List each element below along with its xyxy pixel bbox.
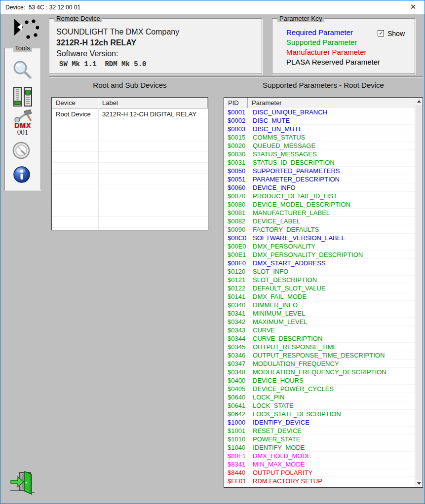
scroll-down-icon[interactable] (415, 480, 423, 487)
device-row[interactable]: Root Device3212R-H 12-CH DIGITAL RELAY (52, 108, 208, 119)
parameter-pid: $1001 (224, 427, 248, 434)
parameter-row[interactable]: $0346OUTPUT_RESPONSE_TIME_DESCRIPTION (224, 351, 415, 360)
parameter-row[interactable]: $0122DEFAULT_SLOT_VALUE (224, 284, 415, 292)
parameter-row[interactable]: $0051PARAMETER_DESCRIPTION (224, 175, 415, 183)
info-icon[interactable] (13, 166, 31, 183)
parameter-row[interactable]: $1010POWER_STATE (224, 435, 415, 443)
parameter-row[interactable]: $8440OUTPUT POLARITY (224, 468, 415, 477)
parameter-row[interactable]: $0050SUPPORTED_PARAMETERS (224, 167, 415, 175)
parameter-row[interactable]: $0031STATUS_ID_DESCRIPTION (224, 158, 415, 167)
scrollbar-thumb[interactable] (416, 105, 422, 480)
parameter-name: STATUS_MESSAGES (248, 150, 317, 158)
parameter-row[interactable]: $0002DISC_MUTE (224, 116, 415, 125)
parameter-row[interactable]: $0090FACTORY_DEFAULTS (224, 225, 415, 234)
parameter-pid: $00C0 (224, 234, 248, 242)
dmx-setup-icon[interactable]: DMX 001 (10, 109, 36, 137)
parameter-row[interactable]: $1001RESET_DEVICE (224, 427, 415, 435)
parameter-name: CURVE_DESCRIPTION (248, 334, 322, 342)
parameter-name: MANUFACTURER_LABEL (248, 209, 330, 216)
device-row-empty (52, 119, 208, 130)
parameter-pid: $0122 (224, 284, 248, 292)
devices-col-device[interactable]: Device (52, 98, 98, 108)
key-item: PLASA Reserved Parameter (286, 58, 380, 68)
discover-magnifier-icon[interactable] (11, 59, 33, 81)
parameter-row[interactable]: $0120SLOT_INFO (224, 267, 415, 276)
parameter-row[interactable]: $0348MODULATION_FREQUENCY_DESCRIPTION (224, 368, 415, 376)
show-checkbox-label: Show (387, 30, 405, 37)
parameter-row[interactable]: $0080DEVICE_MODEL_DESCRIPTION (224, 200, 415, 209)
parameter-row[interactable]: $0341MINIMUM_LEVEL (224, 309, 415, 318)
close-icon[interactable]: ✕ (402, 0, 425, 14)
scroll-up-icon[interactable] (415, 98, 423, 105)
parameter-row[interactable]: $0001DISC_UNIQUE_BRANCH (224, 108, 415, 116)
parameters-scrollbar[interactable] (415, 98, 423, 487)
parameter-row[interactable]: $0347MODULATION_FREQUENCY (224, 360, 415, 368)
software-version-label: Software Version: (56, 49, 118, 58)
parameter-row[interactable]: $0400DEVICE_HOURS (224, 376, 415, 385)
parameters-col-pid[interactable]: PID (224, 98, 248, 108)
gauge-icon[interactable] (12, 141, 31, 160)
parameters-rows: $0001DISC_UNIQUE_BRANCH$0002DISC_MUTE$00… (224, 108, 415, 485)
parameter-row[interactable]: $0344CURVE_DESCRIPTION (224, 334, 415, 343)
parameter-row[interactable]: $0082DEVICE_LABEL (224, 217, 415, 225)
parameter-row[interactable]: $0060DEVICE_INFO (224, 183, 415, 192)
parameter-row[interactable]: $00C0SOFTWARE_VERSION_LABEL (224, 234, 415, 242)
parameter-row[interactable]: $0081MANUFACTURER_LABEL (224, 209, 415, 217)
parameters-col-parameter[interactable]: Parameter (248, 98, 415, 108)
parameter-name: LOCK_STATE_DESCRIPTION (248, 410, 341, 418)
key-item: Manufacturer Parameter (286, 48, 380, 58)
parameter-row[interactable]: $0641LOCK_STATE (224, 401, 415, 410)
parameter-row[interactable]: $80F1DMX_HOLD_MODE (224, 452, 415, 460)
parameter-pid: $0070 (224, 192, 248, 200)
parameter-row[interactable]: $0640LOCK_PIN (224, 393, 415, 401)
parameter-name: MINIMUM_LEVEL (248, 309, 305, 317)
parameter-pid: $0343 (224, 326, 248, 334)
parameter-row[interactable]: $0020QUEUED_MESSAGE (224, 142, 415, 150)
parameter-name: DEVICE_MODEL_DESCRIPTION (248, 200, 350, 208)
parameter-pid: $0051 (224, 175, 248, 183)
parameter-pid: $0015 (224, 133, 248, 141)
parameter-pid: $0342 (224, 318, 248, 325)
parameter-row[interactable]: $1000IDENTIFY_DEVICE (224, 418, 415, 427)
parameter-row[interactable]: $0015COMMS_STATUS (224, 133, 415, 142)
app-logo-icon (12, 18, 39, 41)
parameter-row[interactable]: $0342MAXIMUM_LEVEL (224, 318, 415, 326)
parameter-row[interactable]: $0003DISC_UN_MUTE (224, 125, 415, 133)
devices-table-header: Device Label (52, 98, 208, 108)
key-item: Supported Parameter (286, 38, 380, 48)
parameter-pid: $1000 (224, 418, 248, 426)
parameter-row[interactable]: $0343CURVE (224, 326, 415, 334)
parameters-table-body: $0001DISC_UNIQUE_BRANCH$0002DISC_MUTE$00… (224, 108, 415, 487)
show-checkbox[interactable]: ✓ (378, 30, 384, 36)
parameter-row[interactable]: $0070PRODUCT_DETAIL_ID_LIST (224, 192, 415, 200)
parameter-row[interactable]: $00F0DMX_START_ADDRESS (224, 259, 415, 267)
parameter-row[interactable]: $8341MIN_MAX_MODE (224, 460, 415, 468)
parameter-row[interactable]: $FF01RDM FACTORY SETUP (224, 477, 415, 485)
wrench-hammer-icon (14, 109, 33, 122)
parameter-row[interactable]: $00E0DMX_PERSONALITY (224, 242, 415, 251)
parameter-name: DIMMER_INFO (248, 301, 298, 309)
faders-icon[interactable] (12, 86, 33, 108)
parameter-row[interactable]: $0340DIMMER_INFO (224, 301, 415, 309)
parameter-name: DMX_START_ADDRESS (248, 259, 326, 267)
remote-device-label: Remote Device (54, 15, 102, 22)
devices-col-label[interactable]: Label (98, 98, 208, 108)
parameter-row[interactable]: $0345OUTPUT_RESPONSE_TIME (224, 343, 415, 351)
parameter-row[interactable]: $0030STATUS_MESSAGES (224, 150, 415, 158)
parameter-name: OUTPUT_RESPONSE_TIME_DESCRIPTION (248, 351, 385, 359)
parameter-pid: $FF01 (224, 477, 248, 485)
device-row-empty (52, 206, 208, 217)
parameter-row[interactable]: $00E1DMX_PERSONALITY_DESCRIPTION (224, 251, 415, 259)
parameter-row[interactable]: $0642LOCK_STATE_DESCRIPTION (224, 410, 415, 418)
parameter-pid: $0341 (224, 309, 248, 317)
exit-door-icon[interactable] (9, 470, 35, 495)
parameter-pid: $80F1 (224, 452, 248, 460)
device-manufacturer: SOUNDLIGHT The DMX Company (56, 28, 179, 36)
parameter-name: IDENTIFY_DEVICE (248, 418, 309, 426)
dmx-address-value: 001 (10, 128, 36, 137)
parameter-row[interactable]: $0121SLOT_DESCRIPTION (224, 276, 415, 284)
parameter-row[interactable]: $0141DMX_FAIL_MODE (224, 292, 415, 301)
parameter-row[interactable]: $0405DEVICE_POWER_CYCLES (224, 385, 415, 393)
parameter-row[interactable]: $1040IDENTIFY_MODE (224, 443, 415, 452)
title-bar: Device: 53 4C : 32 12 00 01 ✕ (0, 0, 425, 14)
